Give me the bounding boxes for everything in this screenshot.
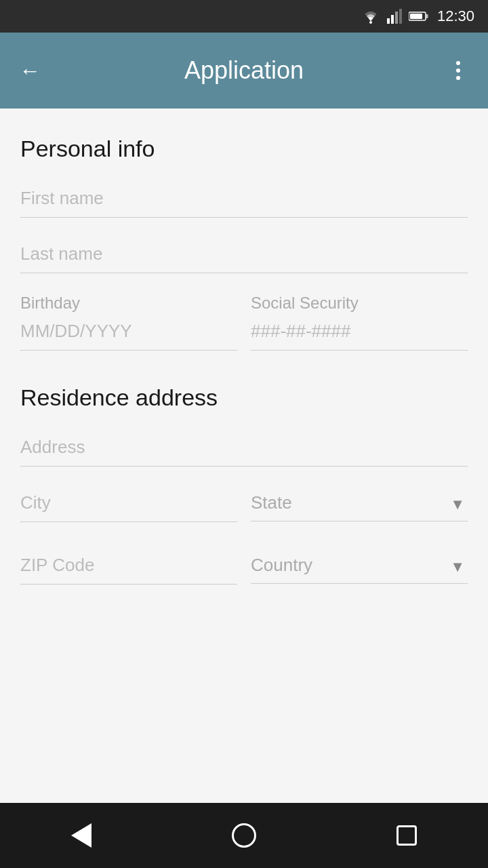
state-field-group: State Alabama Alaska Arizona California … (251, 487, 468, 522)
dot2 (456, 68, 460, 73)
social-security-field-group: Social Security (251, 294, 468, 351)
birthday-input[interactable] (20, 315, 237, 351)
app-bar-title: Application (60, 56, 428, 85)
personal-info-section-title: Personal info (20, 136, 468, 162)
main-content: Personal info Birthday Social Security R… (0, 108, 488, 803)
app-bar: ← Application (0, 33, 488, 108)
svg-rect-6 (426, 14, 428, 18)
back-triangle-icon (71, 823, 92, 848)
birthday-field-group: Birthday (20, 294, 237, 351)
state-select-wrapper: State Alabama Alaska Arizona California … (251, 487, 468, 521)
battery-icon (409, 10, 429, 22)
residence-address-section-title: Residence address (20, 384, 468, 411)
zip-country-row: Country United States Canada United King… (20, 549, 468, 612)
recents-square-icon (396, 825, 417, 846)
nav-home-button[interactable] (217, 808, 271, 863)
more-options-button[interactable] (445, 61, 472, 80)
social-security-label: Social Security (251, 294, 468, 313)
address-input[interactable] (20, 431, 468, 467)
nav-back-button[interactable] (54, 808, 108, 863)
social-security-input[interactable] (251, 315, 468, 351)
svg-rect-7 (410, 14, 422, 19)
city-field-group (20, 487, 237, 522)
last-name-input[interactable] (20, 238, 468, 273)
svg-rect-2 (391, 15, 394, 24)
svg-rect-4 (399, 9, 402, 24)
country-select[interactable]: Country United States Canada United King… (251, 549, 468, 584)
birthday-ssn-row: Birthday Social Security (20, 294, 468, 357)
wifi-icon (361, 9, 380, 24)
status-time: 12:30 (437, 7, 474, 25)
state-select[interactable]: State Alabama Alaska Arizona California … (251, 487, 468, 521)
status-icons (361, 9, 429, 24)
zip-code-field-group (20, 549, 237, 585)
status-bar: 12:30 (0, 0, 488, 33)
address-field-group (20, 431, 468, 467)
city-input[interactable] (20, 487, 237, 522)
back-button[interactable]: ← (16, 58, 43, 83)
country-select-wrapper: Country United States Canada United King… (251, 549, 468, 584)
svg-rect-1 (387, 18, 390, 24)
zip-code-input[interactable] (20, 549, 237, 585)
city-state-row: State Alabama Alaska Arizona California … (20, 487, 468, 529)
last-name-field-group (20, 238, 468, 273)
first-name-field-group (20, 182, 468, 218)
nav-recents-button[interactable] (380, 808, 434, 863)
dot3 (456, 76, 460, 80)
first-name-input[interactable] (20, 182, 468, 218)
home-circle-icon (232, 823, 256, 848)
dot1 (456, 61, 460, 65)
nav-bar (0, 803, 488, 868)
birthday-label: Birthday (20, 294, 237, 313)
signal-icon (387, 9, 402, 24)
svg-rect-3 (395, 12, 398, 24)
svg-point-0 (369, 21, 372, 24)
country-field-group: Country United States Canada United King… (251, 549, 468, 585)
